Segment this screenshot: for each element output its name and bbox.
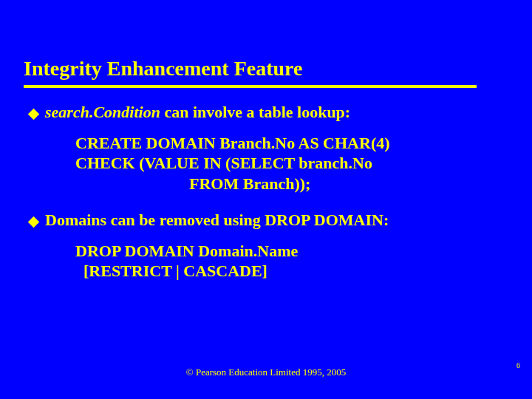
diamond-icon — [28, 109, 40, 120]
code-line-1: CREATE DOMAIN Branch.No AS CHAR(4) — [75, 133, 502, 154]
title-block: Integrity Enhancement Feature — [24, 58, 302, 81]
bullet-2-rest: can be removed using DROP DOMAIN: — [106, 211, 389, 229]
syntax-line-2: [RESTRICT | CASCADE] — [75, 261, 502, 282]
bullet-2-term: Domains — [45, 211, 106, 229]
code-line-3: FROM Branch)); — [75, 174, 502, 194]
code-block-1: CREATE DOMAIN Branch.No AS CHAR(4) CHECK… — [75, 133, 502, 194]
slide-number: 6 — [516, 361, 520, 369]
footer-copyright: © Pearson Education Limited 1995, 2005 — [0, 366, 532, 378]
content-area: search.Condition can involve a table loo… — [30, 102, 502, 282]
bullet-1: search.Condition can involve a table loo… — [30, 102, 502, 123]
title-underline — [24, 85, 477, 88]
bullet-2-text: Domains can be removed using DROP DOMAIN… — [45, 210, 389, 231]
code-line-2: CHECK (VALUE IN (SELECT branch.No — [75, 153, 502, 174]
bullet-1-term: search.Condition — [45, 103, 160, 121]
slide-title: Integrity Enhancement Feature — [24, 58, 302, 81]
syntax-block: DROP DOMAIN Domain.Name [RESTRICT | CASC… — [75, 241, 502, 282]
syntax-line-1: DROP DOMAIN Domain.Name — [75, 241, 502, 262]
slide: Integrity Enhancement Feature search.Con… — [0, 0, 532, 399]
bullet-2: Domains can be removed using DROP DOMAIN… — [30, 210, 502, 231]
diamond-icon — [28, 216, 40, 228]
bullet-1-rest: can involve a table lookup: — [160, 103, 350, 121]
bullet-1-text: search.Condition can involve a table loo… — [45, 102, 350, 123]
